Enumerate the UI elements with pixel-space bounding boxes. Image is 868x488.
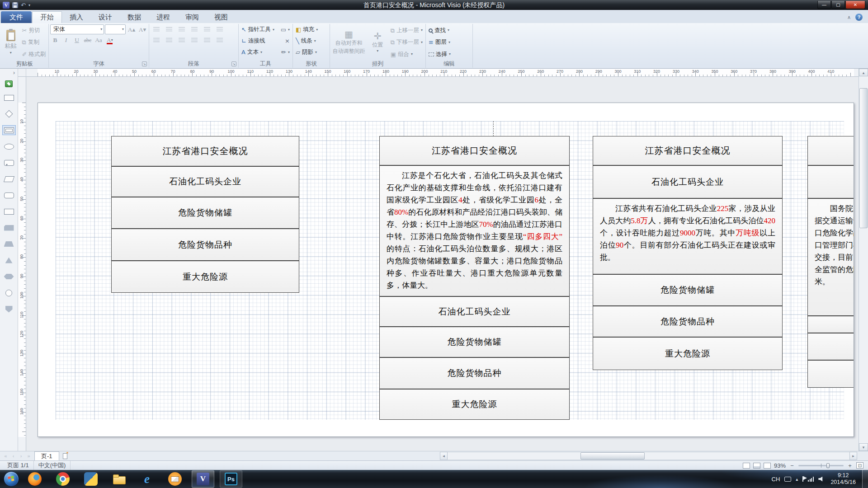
zoom-in-button[interactable]: + xyxy=(847,462,853,469)
box-varieties-1[interactable]: 危险货物品种 xyxy=(111,229,299,261)
visio-app-icon[interactable]: V xyxy=(3,2,9,9)
align-left-button[interactable] xyxy=(151,35,162,45)
shape-ellipse[interactable] xyxy=(2,141,16,151)
shrink-font-button[interactable]: A▾ xyxy=(137,24,147,34)
network-icon[interactable] xyxy=(808,477,814,482)
box-tanks-1[interactable]: 危险货物储罐 xyxy=(111,197,299,229)
previous-page-button[interactable]: ‹ xyxy=(9,452,17,460)
shadow-button[interactable]: ▱阴影▾ xyxy=(294,47,328,57)
horizontal-scroll-thumb[interactable] xyxy=(580,452,645,460)
font-name-select[interactable]: 宋体▾ xyxy=(50,24,104,34)
underline-button[interactable]: U xyxy=(72,35,82,45)
zoom-slider[interactable] xyxy=(798,465,844,466)
box-intro-text[interactable]: 江苏是个石化大省，石油化工码头及其仓储式石化产业的基础支撑和生命线，依托沿江港口… xyxy=(379,165,570,296)
taskbar-explorer-button[interactable] xyxy=(108,470,130,488)
position-button[interactable]: ✛ 位置 ▾ xyxy=(368,24,388,60)
right-to-left-button[interactable] xyxy=(214,24,226,34)
box-overview-1[interactable]: 江苏省港口安全概况 xyxy=(111,136,299,166)
drawing-page[interactable]: 江苏省港口安全概况石油化工码头企业危险货物储罐危险货物品种重大危险源江苏省港口安… xyxy=(38,103,854,437)
font-color-button[interactable]: A▾ xyxy=(104,35,115,45)
zoom-slider-thumb[interactable] xyxy=(826,463,830,468)
line-spacing-button[interactable] xyxy=(189,24,200,34)
shape-rectangle-plain[interactable] xyxy=(2,206,16,216)
tab-design[interactable]: 设计 xyxy=(91,11,120,23)
taskbar-chrome-button[interactable] xyxy=(52,470,74,488)
keyboard-icon[interactable] xyxy=(784,477,791,482)
bold-button[interactable]: B xyxy=(50,35,60,45)
shape-framed-rectangle[interactable] xyxy=(2,125,16,135)
distribute-button[interactable] xyxy=(201,35,213,45)
minimize-button[interactable]: — xyxy=(817,1,831,9)
drawing-canvas[interactable]: 江苏省港口安全概况石油化工码头企业危险货物储罐危险货物品种重大危险源江苏省港口安… xyxy=(26,77,859,451)
box-blank-4a[interactable] xyxy=(807,165,854,198)
box-petrochem-3[interactable]: 石油化工码头企业 xyxy=(593,165,783,198)
page-indicator[interactable]: 页面 1/1 xyxy=(3,461,34,470)
paste-button[interactable]: 粘贴 ▾ xyxy=(2,24,19,60)
action-center-icon[interactable] xyxy=(802,476,803,482)
align-center-button[interactable] xyxy=(163,35,175,45)
find-button[interactable]: 查找▾ xyxy=(427,25,452,35)
shape-triangle[interactable] xyxy=(2,255,16,265)
scroll-right-button[interactable]: ▸ xyxy=(849,452,857,460)
taskbar-internet-explorer-button[interactable]: e xyxy=(136,470,158,488)
shape-rectangle[interactable] xyxy=(2,93,16,103)
save-button[interactable] xyxy=(12,2,18,8)
horizontal-scroll-track[interactable] xyxy=(448,452,849,460)
vertical-scroll-thumb[interactable] xyxy=(859,88,868,228)
bring-forward-button[interactable]: ⧉上移一层▾ xyxy=(389,25,424,35)
line-button[interactable]: ╲线条▾ xyxy=(294,36,328,46)
pointer-tool-button[interactable]: ↖指针工具▾ xyxy=(240,24,276,35)
tab-insert[interactable]: 插入 xyxy=(62,11,91,23)
layers-button[interactable]: ≡图层▾ xyxy=(427,38,452,47)
box-stats-text[interactable]: 江苏省共有石油化工码头企业225家，涉及从业人员大约5.8万人，拥有专业化石油化… xyxy=(593,198,783,274)
font-size-select[interactable]: ▾ xyxy=(105,24,126,34)
language-indicator[interactable]: 中文(中国) xyxy=(34,461,71,470)
box-clipped-text[interactable]: 国务院新《 据交通运输部和 口危险化学品安 口管理部门与安 交接，目前 江苏 全… xyxy=(807,198,854,316)
shape-hexagon[interactable] xyxy=(2,272,16,282)
paragraph-dialog-launcher[interactable] xyxy=(231,61,236,66)
strikethrough-button[interactable]: abc xyxy=(83,35,93,45)
taskbar-photoshop-button[interactable]: Ps xyxy=(220,470,242,488)
horizontal-ruler[interactable]: 1020304050607080901001101201301401501601… xyxy=(26,69,859,77)
box-hazards-1[interactable]: 重大危险源 xyxy=(111,261,299,293)
taskbar-python-button[interactable] xyxy=(80,470,102,488)
volume-icon[interactable] xyxy=(818,477,824,482)
close-button[interactable]: ✕ xyxy=(845,1,865,9)
box-petrochem-1[interactable]: 石油化工码头企业 xyxy=(111,166,299,197)
box-overview-2[interactable]: 江苏省港口安全概况 xyxy=(379,136,570,165)
box-hazards-2[interactable]: 重大危险源 xyxy=(379,389,570,420)
scroll-left-button[interactable]: ◂ xyxy=(440,452,448,460)
box-tanks-3[interactable]: 危险货物储罐 xyxy=(593,274,783,306)
vertical-scroll-track[interactable] xyxy=(859,76,868,443)
vertical-scrollbar[interactable]: ▴ ▾ xyxy=(859,69,868,451)
taskbar-firefox-button[interactable] xyxy=(24,470,46,488)
box-petrochem-2[interactable]: 石油化工码头企业 xyxy=(379,296,570,327)
customize-quick-access-button[interactable]: ▾ xyxy=(28,3,30,7)
change-case-button[interactable]: Aa xyxy=(94,35,104,45)
next-page-button[interactable]: › xyxy=(17,452,25,460)
box-hazards-3[interactable]: 重大危险源 xyxy=(593,337,783,370)
expand-shapes-panel-button[interactable]: › xyxy=(13,70,15,76)
format-painter-button[interactable]: ✐格式刷 xyxy=(21,49,47,59)
taskbar-visio-button[interactable]: V xyxy=(192,470,214,488)
zoom-out-button[interactable]: − xyxy=(789,462,795,469)
cut-button[interactable]: ✂剪切 xyxy=(21,25,47,35)
box-varieties-3[interactable]: 危险货物品种 xyxy=(593,306,783,337)
box-overview-3[interactable]: 江苏省港口安全概况 xyxy=(593,136,783,165)
undo-button[interactable]: ↶ xyxy=(21,2,26,8)
tab-process[interactable]: 进程 xyxy=(149,11,178,23)
box-blank-4d[interactable] xyxy=(807,360,854,388)
scroll-up-button[interactable]: ▴ xyxy=(859,69,868,76)
connection-point-button[interactable]: × xyxy=(283,36,291,46)
hidden-icons-button[interactable]: ▴ xyxy=(796,477,798,482)
insert-page-button[interactable] xyxy=(61,452,71,460)
page-tab[interactable]: 页-1 xyxy=(34,451,59,460)
shape-diamond[interactable] xyxy=(2,109,16,119)
justify-button[interactable] xyxy=(189,35,200,45)
clock[interactable]: 9:12 2014/5/16 xyxy=(829,472,858,486)
presentation-view-button[interactable] xyxy=(764,463,771,469)
shape-circle[interactable] xyxy=(2,288,16,298)
columns-button[interactable] xyxy=(214,35,226,45)
first-page-button[interactable]: « xyxy=(2,452,9,460)
shape-rounded-rectangle[interactable] xyxy=(2,190,16,200)
